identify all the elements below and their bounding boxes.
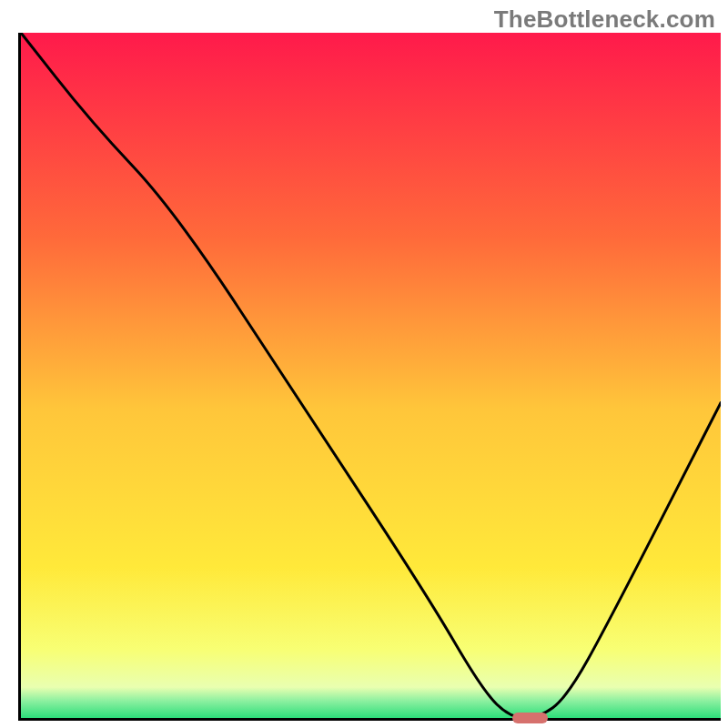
curve-layer bbox=[21, 33, 721, 718]
plot-area bbox=[18, 33, 721, 721]
watermark-text: TheBottleneck.com bbox=[494, 5, 715, 34]
chart-container: TheBottleneck.com bbox=[0, 0, 728, 728]
bottleneck-curve bbox=[21, 33, 721, 718]
minimum-marker bbox=[512, 713, 548, 723]
